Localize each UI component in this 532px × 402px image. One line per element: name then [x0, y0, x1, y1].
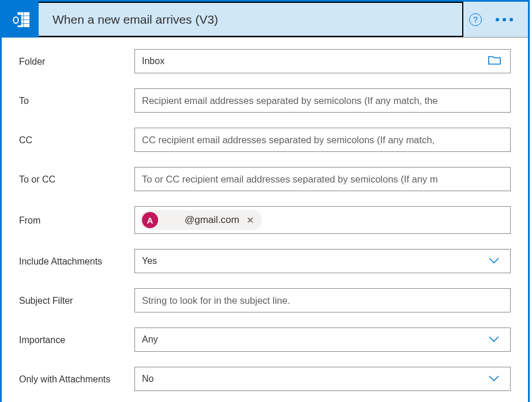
only-with-attachments-value: No [142, 374, 153, 384]
from-token: A @gmail.com ✕ [140, 210, 262, 230]
label-cc: CC [19, 134, 134, 146]
card-title: When a new email arrives (V3) [53, 13, 218, 27]
ellipsis-menu-icon[interactable] [492, 14, 516, 25]
header-actions: ? [469, 13, 528, 26]
cc-input[interactable] [134, 128, 511, 152]
label-only-with-attachments: Only with Attachments [19, 373, 134, 385]
avatar: A [142, 212, 158, 228]
include-attachments-select[interactable]: Yes [134, 249, 511, 273]
folder-picker-icon[interactable] [488, 55, 501, 68]
row-to-or-cc: To or CC [19, 167, 511, 191]
trigger-card: When a new email arrives (V3) ? Folder I… [0, 0, 530, 402]
to-or-cc-input[interactable] [134, 167, 511, 191]
subject-filter-input[interactable] [134, 288, 511, 312]
importance-value: Any [142, 334, 158, 345]
label-subject-filter: Subject Filter [19, 295, 134, 306]
from-input[interactable]: A @gmail.com ✕ [134, 206, 511, 234]
label-to: To [19, 95, 134, 106]
row-importance: Importance Any [19, 327, 511, 352]
card-header: When a new email arrives (V3) ? [2, 2, 528, 38]
chevron-down-icon [488, 334, 500, 345]
row-subject-filter: Subject Filter [19, 288, 511, 312]
importance-select[interactable]: Any [134, 327, 511, 352]
outlook-icon [9, 8, 32, 31]
help-icon[interactable]: ? [469, 13, 482, 26]
folder-value: Inbox [142, 56, 164, 66]
row-from: From A @gmail.com ✕ [19, 206, 511, 234]
token-remove-icon[interactable]: ✕ [244, 215, 256, 226]
chevron-down-icon [488, 256, 500, 266]
row-only-with-attachments: Only with Attachments No [19, 367, 511, 391]
include-attachments-value: Yes [142, 256, 157, 266]
row-folder: Folder Inbox [19, 49, 511, 73]
connector-icon-block [2, 2, 39, 38]
row-cc: CC [19, 128, 511, 152]
row-to: To [19, 88, 511, 113]
label-folder: Folder [19, 55, 134, 67]
label-from: From [19, 214, 134, 226]
label-to-or-cc: To or CC [19, 173, 134, 185]
title-container[interactable]: When a new email arrives (V3) [39, 2, 463, 37]
only-with-attachments-select[interactable]: No [134, 367, 511, 391]
chevron-down-icon [488, 374, 500, 384]
to-input[interactable] [134, 88, 511, 113]
row-include-attachments: Include Attachments Yes [19, 249, 511, 273]
label-include-attachments: Include Attachments [19, 255, 134, 267]
card-body: Folder Inbox To CC To or C [2, 38, 528, 402]
token-text: @gmail.com [163, 214, 239, 226]
folder-input[interactable]: Inbox [134, 49, 511, 73]
label-importance: Importance [19, 334, 134, 345]
